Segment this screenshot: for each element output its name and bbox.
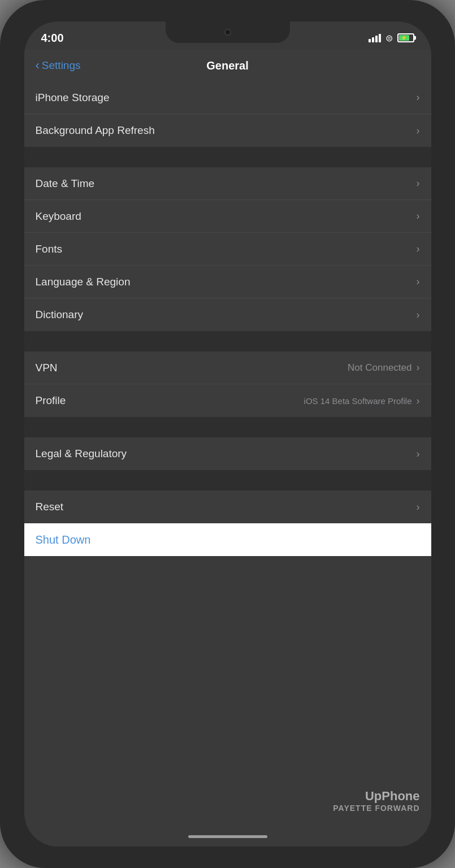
chevron-right-icon: › [417,243,420,255]
notch [166,21,290,43]
nav-header: ‹ Settings General [24,50,431,81]
chevron-right-icon: › [417,177,420,189]
settings-content: iPhone Storage › Background App Refresh … [24,81,431,826]
camera-dot [224,29,231,36]
status-time: 4:00 [41,32,64,45]
wifi-icon: ⊜ [385,33,393,44]
shut-down-label: Shut Down [36,533,91,546]
item-label: Date & Time [36,177,95,190]
item-label: Reset [36,501,64,513]
chevron-right-icon: › [417,92,420,103]
item-label: Profile [36,394,66,407]
item-label: Language & Region [36,276,131,288]
shut-down-item[interactable]: Shut Down [24,523,431,556]
list-item[interactable]: Date & Time › [24,167,431,200]
screen: 4:00 ⊜ ⚡ ‹ Settings [24,21,431,847]
list-item-vpn[interactable]: VPN Not Connected › [24,351,431,384]
battery-icon: ⚡ [397,33,414,42]
section-reset: Reset › [24,491,431,523]
battery-fill: ⚡ [399,35,409,41]
chevron-right-icon: › [417,501,420,513]
home-indicator [24,826,431,847]
item-label: Dictionary [36,309,83,321]
item-label: iPhone Storage [36,92,110,104]
chevron-left-icon: ‹ [36,58,40,73]
section-gap [24,470,431,491]
section-storage: iPhone Storage › Background App Refresh … [24,81,431,147]
section-legal: Legal & Regulatory › [24,437,431,470]
back-button[interactable]: ‹ Settings [36,58,81,73]
list-item[interactable]: Dictionary › [24,298,431,331]
section-shutdown: Shut Down [24,523,431,556]
item-label: Background App Refresh [36,124,155,137]
phone-frame: 4:00 ⊜ ⚡ ‹ Settings [0,0,455,868]
list-item[interactable]: iPhone Storage › [24,81,431,114]
chevron-right-icon: › [417,309,420,321]
section-gap [24,417,431,437]
page-title: General [206,59,248,72]
watermark-line2: PAYETTE FORWARD [333,804,419,813]
section-vpn: VPN Not Connected › Profile iOS 14 Beta … [24,351,431,417]
chevron-right-icon: › [417,395,420,407]
item-value: iOS 14 Beta Software Profile [304,396,412,406]
list-item[interactable]: Language & Region › [24,266,431,298]
chevron-right-icon: › [417,210,420,222]
chevron-right-icon: › [417,276,420,288]
item-label: Fonts [36,243,63,255]
list-item-reset[interactable]: Reset › [24,491,431,523]
list-item[interactable]: Background App Refresh › [24,114,431,147]
section-gap [24,147,431,167]
item-label: Keyboard [36,210,81,223]
list-item-legal[interactable]: Legal & Regulatory › [24,437,431,470]
battery-bolt: ⚡ [401,35,407,41]
item-label: VPN [36,362,58,374]
chevron-right-icon: › [417,362,420,374]
chevron-right-icon: › [417,125,420,137]
list-item[interactable]: Fonts › [24,233,431,266]
list-item[interactable]: Keyboard › [24,200,431,233]
back-label: Settings [42,59,81,72]
watermark-line1: UpPhone [333,789,419,804]
home-bar [188,835,267,838]
signal-bars [369,34,381,42]
chevron-right-icon: › [417,448,420,460]
section-datetime: Date & Time › Keyboard › Fonts › [24,167,431,331]
item-value: Not Connected [348,362,411,374]
watermark: UpPhone PAYETTE FORWARD [333,789,419,813]
item-label: Legal & Regulatory [36,448,127,460]
list-item-profile[interactable]: Profile iOS 14 Beta Software Profile › [24,384,431,417]
status-icons: ⊜ ⚡ [369,33,414,44]
section-gap [24,331,431,351]
